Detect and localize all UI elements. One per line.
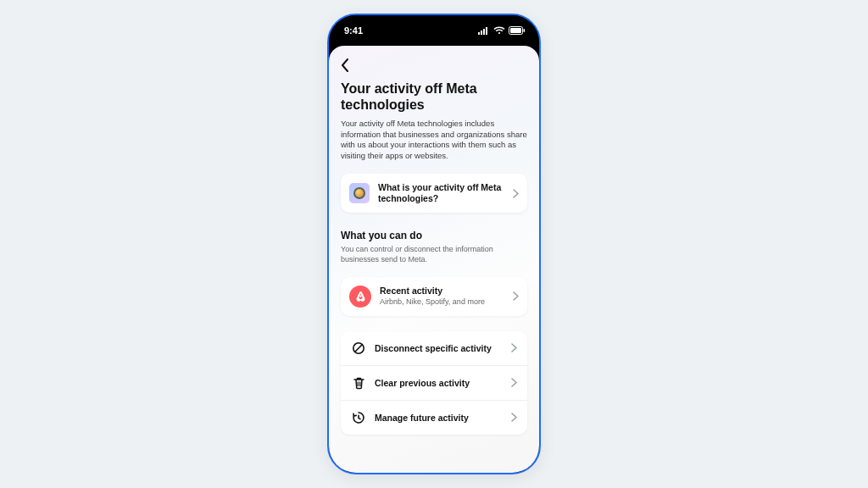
recent-activity-title: Recent activity (380, 286, 504, 297)
status-bar: 9:41 (329, 15, 539, 46)
info-card-thumbnail (349, 183, 370, 203)
svg-rect-2 (483, 29, 485, 35)
svg-rect-7 (524, 29, 526, 32)
svg-point-4 (498, 32, 500, 34)
section-title: What you can do (341, 230, 527, 241)
chevron-right-icon (511, 413, 517, 422)
chevron-right-icon (513, 189, 519, 198)
chevron-right-icon (513, 291, 519, 301)
svg-rect-0 (478, 32, 480, 35)
trash-icon (351, 375, 366, 391)
info-card-label: What is your activity off Meta technolog… (378, 182, 504, 204)
svg-rect-6 (510, 28, 521, 33)
actions-list: Disconnect specific activity Clear previ… (341, 331, 527, 435)
phone-frame: 9:41 Your activity off Meta technologies… (327, 14, 541, 474)
action-label: Disconnect specific activity (375, 343, 503, 353)
airbnb-icon (349, 286, 371, 308)
page-title: Your activity off Meta technologies (341, 81, 527, 114)
action-label: Manage future activity (375, 413, 503, 423)
block-icon (351, 341, 366, 356)
section-subtitle: You can control or disconnect the inform… (341, 244, 527, 264)
clock-arrow-icon (351, 410, 366, 425)
chevron-right-icon (511, 343, 517, 352)
action-manage-future[interactable]: Manage future activity (341, 401, 527, 435)
back-button[interactable] (341, 56, 359, 75)
info-card[interactable]: What is your activity off Meta technolog… (341, 174, 527, 213)
action-label: Clear previous activity (375, 378, 503, 388)
wifi-icon (493, 26, 505, 35)
page-description: Your activity off Meta technologies incl… (341, 119, 527, 162)
action-clear-previous[interactable]: Clear previous activity (341, 366, 527, 401)
svg-rect-3 (486, 27, 487, 35)
chevron-left-icon (341, 58, 349, 72)
svg-line-9 (355, 344, 362, 351)
action-disconnect-specific[interactable]: Disconnect specific activity (341, 331, 527, 366)
cellular-signal-icon (478, 26, 490, 35)
recent-activity-subtitle: Airbnb, Nike, Spotify, and more (380, 297, 504, 308)
status-time: 9:41 (344, 25, 363, 36)
svg-rect-1 (481, 30, 482, 35)
battery-icon (509, 26, 526, 35)
status-indicators (478, 26, 526, 35)
chevron-right-icon (511, 378, 517, 387)
screen-content: Your activity off Meta technologies Your… (329, 46, 539, 473)
recent-activity-card[interactable]: Recent activity Airbnb, Nike, Spotify, a… (341, 277, 527, 316)
